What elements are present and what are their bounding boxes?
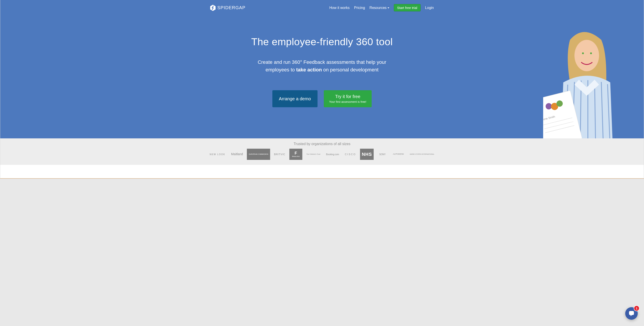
logo-britvic: BRITVIC [272, 149, 287, 160]
try-free-button[interactable]: Try it for free Your first assessment is… [324, 90, 372, 107]
logo-marie-stopes: MARIE STOPES INTERNATIONAL [408, 149, 436, 160]
hero-content: The employee-friendly 360 tool Create an… [0, 36, 644, 107]
hero-sub-line1: Create and run 360° Feedback assessments… [258, 59, 386, 65]
arrange-demo-button[interactable]: Arrange a demo [272, 90, 318, 107]
hero-sub-line2b: on personal development [322, 67, 378, 73]
brand-name: SPIDERGAP [217, 5, 246, 10]
hero-sub-line2a: employees to [266, 67, 296, 73]
logo-cisco: CISCO [343, 149, 358, 160]
brand-logo-icon [210, 5, 216, 11]
trusted-heading: Trusted by organizations of all sizes [0, 142, 644, 146]
nav-pricing[interactable]: Pricing [354, 6, 365, 10]
trusted-section: Trusted by organizations of all sizes NE… [0, 138, 644, 165]
nav-links: How it works Pricing Resources Start fre… [330, 4, 434, 12]
hero-title: The employee-friendly 360 tool [0, 36, 644, 48]
nav-resources-label: Resources [370, 6, 386, 10]
logo-booking: Booking.com [324, 149, 341, 160]
top-nav: SPIDERGAP How it works Pricing Resources… [210, 0, 434, 12]
nav-resources[interactable]: Resources [370, 6, 389, 10]
nav-how-it-works[interactable]: How it works [330, 6, 350, 10]
hero-sub-strong: take action [296, 67, 322, 73]
arrange-demo-label: Arrange a demo [279, 96, 311, 101]
chevron-down-icon [388, 8, 389, 9]
hero-section: SPIDERGAP How it works Pricing Resources… [0, 0, 644, 138]
trusted-logo-row: NEW LOOK Maitland EUROPEAN COMMISSION BR… [0, 149, 644, 160]
brand[interactable]: SPIDERGAP [210, 5, 246, 11]
hero-subtitle: Create and run 360° Feedback assessments… [0, 58, 644, 74]
svg-line-18 [545, 126, 574, 133]
try-free-sublabel: Your first assessment is free! [329, 100, 366, 103]
svg-text:Jone Smith: Jone Smith [543, 115, 556, 121]
logo-childrens-trust: The Children's Trust [304, 149, 322, 160]
logo-sony: SONY [376, 149, 389, 160]
logo-autodesk: AUTODESK [391, 149, 406, 160]
logo-nhs: NHS [360, 149, 374, 160]
hero-ctas: Arrange a demo Try it for free Your firs… [0, 90, 644, 107]
logo-new-look: NEW LOOK [208, 149, 227, 160]
try-free-label: Try it for free [335, 94, 360, 99]
logo-maitland: Maitland [229, 149, 245, 160]
logo-european-commission: EUROPEAN COMMISSION [247, 149, 270, 160]
start-free-trial-button[interactable]: Start free trial [394, 4, 420, 12]
nav-login[interactable]: Login [425, 6, 434, 10]
svg-line-16 [544, 118, 572, 125]
svg-line-17 [544, 122, 573, 129]
logo-fitness-first: Ffitness first [289, 149, 302, 160]
